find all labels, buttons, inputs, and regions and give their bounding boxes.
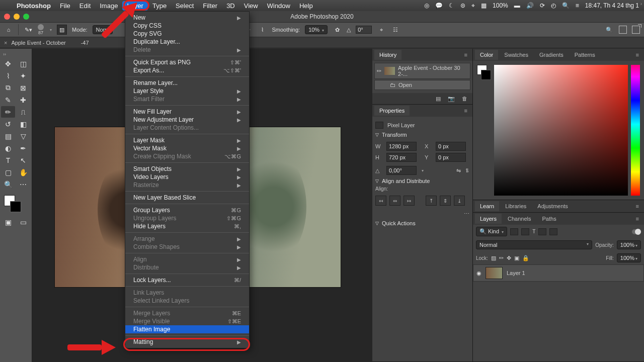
move-tool[interactable]: ✥ xyxy=(1,58,15,69)
menu-item-copy-svg[interactable]: Copy SVG xyxy=(125,30,249,38)
y-input[interactable] xyxy=(436,153,466,162)
brush-size-chevron[interactable]: ▾ xyxy=(50,28,52,32)
brush-tool-icon[interactable]: ✎▾ xyxy=(24,25,33,34)
flip-h-icon[interactable]: ⇋ xyxy=(456,167,461,174)
menu-type[interactable]: Type xyxy=(148,1,171,11)
brush-panel-icon[interactable]: ▨ xyxy=(57,25,67,35)
panel-collapse-icon[interactable]: › xyxy=(640,1,642,7)
hue-slider[interactable] xyxy=(631,65,640,196)
pressure-icon[interactable]: ⌇ xyxy=(258,25,267,34)
control-center-icon[interactable]: ≡ xyxy=(576,2,579,9)
tools-expand-icon[interactable]: ›› xyxy=(1,51,31,58)
butterfly-icon[interactable]: ☷ xyxy=(391,25,400,34)
align-top[interactable]: ⤒ xyxy=(426,196,437,206)
saturation-picker[interactable] xyxy=(494,65,628,196)
brush-size[interactable]: 87 xyxy=(38,30,43,35)
menu-item-flatten-image[interactable]: Flatten Image xyxy=(125,325,249,333)
bluetooth-icon[interactable]: ⌖ xyxy=(471,2,475,9)
wifi-icon[interactable]: ⊜ xyxy=(460,2,465,9)
quickmask-tool[interactable]: ▣ xyxy=(1,216,15,228)
symmetry-icon[interactable]: ⌖ xyxy=(377,25,386,34)
learn-tab[interactable]: Learn xyxy=(475,201,499,211)
menu-item-quick-export-as-png[interactable]: Quick Export as PNG⇧⌘' xyxy=(125,58,249,66)
align-hcenter[interactable]: ⇔ xyxy=(389,196,400,206)
blur-tool[interactable]: ▽ xyxy=(16,130,30,142)
lock-all-icon[interactable]: 🔒 xyxy=(522,255,529,261)
properties-tab[interactable]: Properties xyxy=(374,106,410,116)
lock-nest-icon[interactable]: ▣ xyxy=(514,255,519,261)
filter-pixel-icon[interactable] xyxy=(510,228,518,235)
close-button[interactable] xyxy=(4,14,10,20)
menu-item-layer-style[interactable]: Layer Style▶ xyxy=(125,87,249,95)
frame-tool[interactable]: ⊠ xyxy=(16,82,30,94)
filter-smart-icon[interactable] xyxy=(549,228,557,235)
clock-icon[interactable]: ◴ xyxy=(551,2,556,9)
menu-filter[interactable]: Filter xyxy=(198,1,222,11)
search-icon[interactable]: 🔍 xyxy=(562,2,570,9)
patterns-tab[interactable]: Patterns xyxy=(570,50,600,60)
moon-icon[interactable]: ☾ xyxy=(449,2,454,9)
marquee-tool[interactable]: ◫ xyxy=(16,58,30,69)
fill-value[interactable]: 100%▾ xyxy=(617,253,641,262)
layer-name[interactable]: Layer 1 xyxy=(507,270,525,276)
more-tools[interactable]: ⋯ xyxy=(16,178,30,190)
angle-input[interactable] xyxy=(356,26,372,34)
learn-menu-icon[interactable]: ≡ xyxy=(633,203,642,209)
opacity-value[interactable]: 100%▾ xyxy=(617,240,641,249)
menu-item-new-adjustment-layer[interactable]: New Adjustment Layer▶ xyxy=(125,116,249,124)
volume-icon[interactable]: 🔊 xyxy=(526,2,534,9)
color-swatch-pair[interactable] xyxy=(477,65,491,82)
camera-icon[interactable]: 📷 xyxy=(448,96,455,102)
foreground-background-swatch[interactable] xyxy=(1,195,31,213)
menu-image[interactable]: Image xyxy=(95,1,122,11)
paths-tab[interactable]: Paths xyxy=(537,214,561,224)
pen-tool[interactable]: ✒ xyxy=(16,142,30,154)
more-align-icon[interactable]: ⋯ xyxy=(375,211,469,217)
sync-icon[interactable]: ⟳ xyxy=(540,2,545,9)
x-input[interactable] xyxy=(436,142,466,151)
eyedropper-tool[interactable]: ✎ xyxy=(1,94,15,106)
menu-item-layer-mask[interactable]: Layer Mask▶ xyxy=(125,136,249,144)
cc-icon[interactable]: ◎ xyxy=(424,2,429,9)
zoom-tool[interactable]: 🔍 xyxy=(1,178,15,190)
trash-icon[interactable]: 🗑 xyxy=(462,96,467,102)
home-icon[interactable]: ⌂ xyxy=(4,25,13,34)
lock-pos-icon[interactable]: ✥ xyxy=(507,255,511,261)
path-tool[interactable]: ↖ xyxy=(16,154,30,166)
eraser-tool[interactable]: ◧ xyxy=(16,118,30,130)
lasso-tool[interactable]: ⌇ xyxy=(1,70,15,81)
properties-menu-icon[interactable]: ≡ xyxy=(461,108,470,114)
width-input[interactable] xyxy=(386,142,417,151)
menu-3d[interactable]: 3D xyxy=(222,1,239,11)
menu-item-new-fill-layer[interactable]: New Fill Layer▶ xyxy=(125,108,249,116)
menu-item-vector-mask[interactable]: Vector Mask▶ xyxy=(125,144,249,152)
history-step-row[interactable]: 🗀 Open xyxy=(374,80,470,90)
align-vcenter[interactable]: ⇕ xyxy=(440,196,451,206)
channels-tab[interactable]: Channels xyxy=(503,214,536,224)
brush-tool[interactable]: ✏ xyxy=(1,106,15,118)
color-menu-icon[interactable]: ≡ xyxy=(633,52,642,58)
quickactions-head[interactable]: Quick Actions xyxy=(382,220,416,226)
stamp-tool[interactable]: ⎍ xyxy=(16,106,30,118)
menu-view[interactable]: View xyxy=(239,1,263,11)
workspace-icon[interactable] xyxy=(619,26,627,34)
adjustments-tab[interactable]: Adjustments xyxy=(532,201,573,211)
crop-tool[interactable]: ⧉ xyxy=(1,82,15,94)
search-icon-2[interactable]: 🔍 xyxy=(605,25,614,34)
align-left[interactable]: ⤆ xyxy=(375,196,386,206)
align-bottom[interactable]: ⤓ xyxy=(454,196,465,206)
menu-item-export-as-[interactable]: Export As...⌥⇧⌘' xyxy=(125,66,249,74)
layers-menu-icon[interactable]: ≡ xyxy=(633,216,642,222)
menu-window[interactable]: Window xyxy=(263,1,295,11)
snapshot-icon[interactable]: ▤ xyxy=(436,96,441,102)
swatches-tab[interactable]: Swatches xyxy=(499,50,533,60)
history-tab[interactable]: History xyxy=(374,50,401,60)
menu-help[interactable]: Help xyxy=(295,1,317,11)
type-tool[interactable]: T xyxy=(1,154,15,166)
lock-trans-icon[interactable]: ▨ xyxy=(491,255,496,261)
document-tab[interactable]: × Apple Event - October -47 › xyxy=(0,37,644,48)
background-color[interactable] xyxy=(10,201,21,212)
menu-item-hide-layers[interactable]: Hide Layers⌘, xyxy=(125,222,249,230)
history-menu-icon[interactable]: ≡ xyxy=(461,52,470,58)
filter-toggle[interactable] xyxy=(632,229,641,234)
